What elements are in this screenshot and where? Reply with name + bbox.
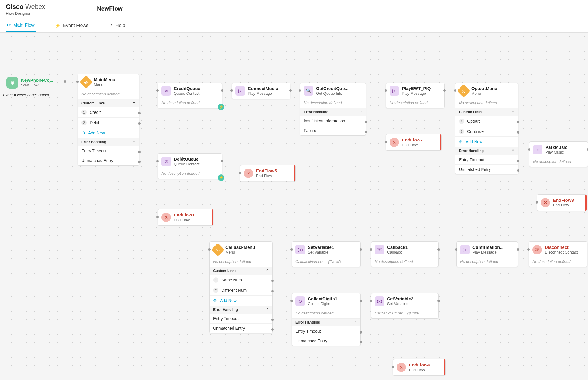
variable-icon: (x)	[295, 245, 305, 254]
app-header: Cisco Webex Flow Designer NewFlow	[0, 0, 588, 17]
menu-icon: ½	[79, 75, 93, 89]
add-new-link[interactable]: Add New	[210, 295, 272, 306]
node-parkmusic[interactable]: ♫ParkMusicPlay Music No description defi…	[529, 141, 588, 167]
play-icon: ▷	[235, 86, 245, 96]
option-continue[interactable]: 2Continue	[455, 126, 518, 136]
phone-icon: ☏	[375, 245, 384, 254]
phone-off-icon: ☏	[532, 245, 542, 254]
node-endflow3[interactable]: ✕EndFlow3End Flow	[537, 194, 587, 211]
play-icon: ▷	[390, 86, 399, 96]
err-insufficient[interactable]: Insufficient Information	[300, 116, 366, 126]
flash-badge: ⚡	[218, 174, 224, 181]
close-icon: ✕	[244, 169, 253, 178]
tab-event-flows[interactable]: ⚡ Event Flows	[54, 20, 90, 32]
node-callbackmenu[interactable]: ½CallbackMenuMenu No description defined…	[209, 241, 273, 333]
menu-icon: ½	[457, 84, 470, 97]
node-getcreditqueue[interactable]: 🔍GetCreditQue...Get Queue Info No descri…	[300, 83, 366, 136]
option-samenum[interactable]: 1Same Num	[210, 275, 272, 285]
search-icon: 🔍	[304, 86, 313, 96]
start-event: Event = NewPhoneContact	[3, 91, 65, 98]
option-credit[interactable]: 1Credit	[78, 107, 139, 117]
close-icon: ✕	[161, 213, 171, 222]
section-error-handling[interactable]: Error Handling⌃	[78, 138, 139, 146]
tab-bar: ⟳ Main Flow ⚡ Event Flows ？ Help	[0, 17, 588, 33]
node-setvariable1[interactable]: (x)SetVariable1Set Variable CallbackNumb…	[292, 241, 361, 267]
menu-icon: ½	[211, 243, 224, 256]
option-debit[interactable]: 2Debit	[78, 117, 139, 128]
node-start[interactable]: ◉NewPhoneCo...Start Flow Event = NewPhon…	[3, 74, 65, 98]
node-connectmusic[interactable]: ▷ConnectMusicPlay Message	[232, 83, 290, 99]
flow-name: NewFlow	[97, 5, 123, 12]
section-custom-links[interactable]: Custom Links⌃	[78, 99, 139, 107]
input-icon: ⊙	[295, 296, 305, 306]
setvar1-expr: CallbackNumber = {{NewP...	[292, 258, 360, 267]
setvar2-expr: CallbackNumber = {{Colle...	[371, 309, 438, 318]
music-icon: ♫	[533, 145, 542, 154]
node-endflow2[interactable]: ✕EndFlow2End Flow	[386, 134, 442, 151]
play-icon: ▷	[460, 245, 470, 254]
node-collectdigits[interactable]: ⊙CollectDigits1Collect Digits No descrip…	[292, 293, 361, 346]
add-new-link[interactable]: Add New	[78, 128, 139, 138]
err-failure[interactable]: Failure	[300, 126, 366, 135]
err-entry-timeout[interactable]: Entry Timeout	[78, 146, 139, 156]
node-endflow4[interactable]: ✕EndFlow4End Flow	[393, 359, 446, 376]
node-creditqueue[interactable]: ⤭CreditQueueQueue Contact No description…	[158, 83, 222, 108]
start-title: NewPhoneCo...	[21, 78, 53, 83]
node-callback1[interactable]: ☏Callback1Callback No description define…	[371, 241, 439, 267]
option-optout[interactable]: 1Optout	[455, 116, 518, 126]
node-setvariable2[interactable]: (x)SetVariable2Set Variable CallbackNumb…	[371, 293, 439, 319]
variable-icon: (x)	[375, 296, 384, 306]
start-icon: ◉	[6, 77, 18, 89]
flash-badge: ⚡	[218, 104, 224, 110]
node-endflow5[interactable]: ✕EndFlow5End Flow	[240, 165, 296, 181]
tab-help[interactable]: ？ Help	[107, 20, 126, 32]
shuffle-icon: ⤭	[161, 86, 171, 96]
flow-canvas[interactable]: ◉NewPhoneCo...Start Flow Event = NewPhon…	[0, 33, 588, 380]
option-diffnum[interactable]: 2Different Num	[210, 285, 272, 295]
shuffle-icon: ⤭	[161, 157, 171, 166]
tab-main-flow[interactable]: ⟳ Main Flow	[6, 20, 36, 32]
node-optoutmenu[interactable]: ½OptoutMenuMenu No description defined C…	[455, 83, 518, 174]
node-mainmenu[interactable]: ½MainMenuMenu No description defined Cus…	[78, 74, 139, 166]
add-new-link[interactable]: Add New	[455, 136, 518, 147]
brand: Cisco Webex	[6, 3, 582, 11]
app-subtitle: Flow Designer	[6, 11, 582, 16]
node-endflow1[interactable]: ✕EndFlow1End Flow	[158, 209, 213, 226]
close-icon: ✕	[541, 198, 550, 207]
node-confirmation[interactable]: ▷Confirmation...Play Message No descript…	[456, 241, 518, 267]
close-icon: ✕	[397, 363, 406, 372]
node-disconnect[interactable]: ☏DisconnectDisconnect Contact No descrip…	[529, 241, 587, 267]
node-debitqueue[interactable]: ⤭DebitQueueQueue Contact No description …	[158, 153, 222, 179]
close-icon: ✕	[390, 138, 399, 147]
err-unmatched[interactable]: Unmatched Entry	[78, 156, 139, 165]
node-playewt[interactable]: ▷PlayEWT_PIQPlay Message No description …	[386, 83, 445, 108]
